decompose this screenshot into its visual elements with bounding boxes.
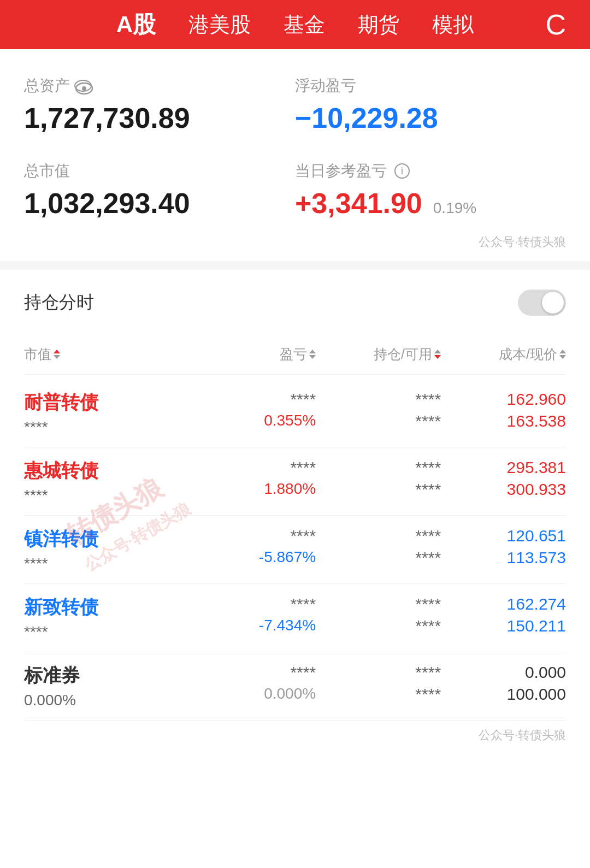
holding-market-val-sub-0: **** xyxy=(24,418,191,436)
holding-pnl-4: **** xyxy=(191,663,316,682)
section-divider xyxy=(0,261,590,270)
daily-pnl-item: 当日参考盈亏 i +3,341.90 0.19% xyxy=(295,161,566,220)
holding-position-0: **** xyxy=(316,390,441,409)
holding-position-sub-1: **** xyxy=(316,480,441,499)
holding-cost-1: 295.381 xyxy=(441,458,566,477)
total-market-value-item: 总市值 1,032,293.40 xyxy=(24,161,295,220)
summary-section: 总资产 1,727,730.89 浮动盈亏 −10,229.28 总市值 xyxy=(0,49,590,239)
holding-row-4[interactable]: 标准券 0.000% **** 0.000% **** **** 0.000 1… xyxy=(24,652,566,721)
holding-pnl-pct-1: 1.880% xyxy=(191,480,316,498)
sort-position-icon xyxy=(434,350,441,359)
holding-pnl-pct-3: -7.434% xyxy=(191,617,316,634)
holdings-timeshare-label: 持仓分时 xyxy=(24,291,94,315)
holdings-container: 转债头狼 公众号·转债头狼 耐普转债 **** **** 0.355% ****… xyxy=(24,379,566,721)
holding-position-3: **** xyxy=(316,595,441,613)
watermark-bottom: 公众号·转债头狼 xyxy=(0,721,590,750)
eye-icon[interactable] xyxy=(74,80,92,92)
holding-name-2: 镇洋转债 xyxy=(24,527,191,552)
holding-price-3: 150.211 xyxy=(441,617,566,635)
th-cost-price[interactable]: 成本/现价 xyxy=(441,345,566,363)
holding-market-val-sub-4: 0.000% xyxy=(24,692,191,709)
floating-pnl-value: −10,229.28 xyxy=(295,102,566,134)
table-header: 市值 盈亏 持仓/可用 成本/现价 xyxy=(24,340,566,375)
floating-pnl-item: 浮动盈亏 −10,229.28 xyxy=(295,75,566,134)
holding-cost-0: 162.960 xyxy=(441,390,566,409)
holding-cost-4: 0.000 xyxy=(441,663,566,682)
sort-market-value-icon xyxy=(54,350,60,359)
th-market-value[interactable]: 市值 xyxy=(24,345,191,363)
holding-name-4: 标准券 xyxy=(24,663,191,688)
th-position[interactable]: 持仓/可用 xyxy=(316,345,441,363)
holding-price-1: 300.933 xyxy=(441,480,566,499)
holding-position-1: **** xyxy=(316,458,441,477)
toggle-row: 持仓分时 xyxy=(24,290,566,316)
holding-price-2: 113.573 xyxy=(441,548,566,567)
holding-position-sub-2: **** xyxy=(316,548,441,567)
sort-cost-icon xyxy=(559,350,566,359)
holding-pnl-pct-0: 0.355% xyxy=(191,412,316,429)
holding-price-0: 163.538 xyxy=(441,412,566,430)
total-assets-label: 总资产 xyxy=(24,75,295,96)
holding-pnl-pct-4: 0.000% xyxy=(191,685,316,702)
header-nav: A股 港美股 基金 期货 模拟 C xyxy=(0,0,590,49)
tab-hk-us[interactable]: 港美股 xyxy=(188,11,251,39)
holding-pnl-0: **** xyxy=(191,390,316,409)
holding-cost-2: 120.651 xyxy=(441,527,566,545)
tab-simulate[interactable]: 模拟 xyxy=(432,11,474,39)
holding-name-3: 新致转债 xyxy=(24,595,191,620)
total-assets-value: 1,727,730.89 xyxy=(24,102,295,134)
info-icon: i xyxy=(394,163,410,179)
total-market-value-label: 总市值 xyxy=(24,161,295,181)
daily-pnl-percent: 0.19% xyxy=(433,199,476,217)
th-pnl[interactable]: 盈亏 xyxy=(191,345,316,363)
daily-pnl-value: +3,341.90 xyxy=(295,187,422,220)
holding-pnl-2: **** xyxy=(191,527,316,545)
holding-name-1: 惠城转债 xyxy=(24,458,191,483)
holding-position-sub-3: **** xyxy=(316,617,441,635)
holding-row-0[interactable]: 耐普转债 **** **** 0.355% **** **** 162.960 … xyxy=(24,379,566,447)
timeshare-toggle[interactable] xyxy=(518,290,566,316)
daily-pnl-label: 当日参考盈亏 i xyxy=(295,161,566,181)
nav-tabs: A股 港美股 基金 期货 模拟 xyxy=(116,9,474,40)
total-assets-item: 总资产 1,727,730.89 xyxy=(24,75,295,134)
tab-futures[interactable]: 期货 xyxy=(358,11,399,39)
sort-pnl-icon xyxy=(309,350,316,359)
holding-pnl-1: **** xyxy=(191,458,316,477)
holding-cost-3: 162.274 xyxy=(441,595,566,613)
holding-position-4: **** xyxy=(316,663,441,682)
watermark-top: 公众号·转债头狼 xyxy=(0,234,590,250)
holding-pnl-3: **** xyxy=(191,595,316,613)
floating-pnl-label: 浮动盈亏 xyxy=(295,75,566,96)
holding-market-val-sub-1: **** xyxy=(24,487,191,504)
summary-grid: 总资产 1,727,730.89 浮动盈亏 −10,229.28 总市值 xyxy=(24,75,566,220)
holding-position-2: **** xyxy=(316,527,441,545)
holding-pnl-pct-2: -5.867% xyxy=(191,548,316,566)
holding-position-sub-4: **** xyxy=(316,685,441,704)
svg-point-1 xyxy=(82,86,86,91)
holding-market-val-sub-3: **** xyxy=(24,623,191,641)
holding-market-val-sub-2: **** xyxy=(24,555,191,572)
refresh-icon[interactable]: C xyxy=(545,8,566,41)
holding-price-4: 100.000 xyxy=(441,685,566,704)
holding-name-0: 耐普转债 xyxy=(24,390,191,415)
holding-row-2[interactable]: 镇洋转债 **** **** -5.867% **** **** 120.651… xyxy=(24,516,566,584)
holdings-section: 持仓分时 市值 盈亏 持仓/可用 成本/现价 xyxy=(0,270,590,721)
holding-row-3[interactable]: 新致转债 **** **** -7.434% **** **** 162.274… xyxy=(24,584,566,652)
total-market-value-value: 1,032,293.40 xyxy=(24,187,295,220)
holding-position-sub-0: **** xyxy=(316,412,441,430)
tab-a-shares[interactable]: A股 xyxy=(116,9,156,40)
tab-fund[interactable]: 基金 xyxy=(284,11,325,39)
holding-row-1[interactable]: 惠城转债 **** **** 1.880% **** **** 295.381 … xyxy=(24,447,566,516)
